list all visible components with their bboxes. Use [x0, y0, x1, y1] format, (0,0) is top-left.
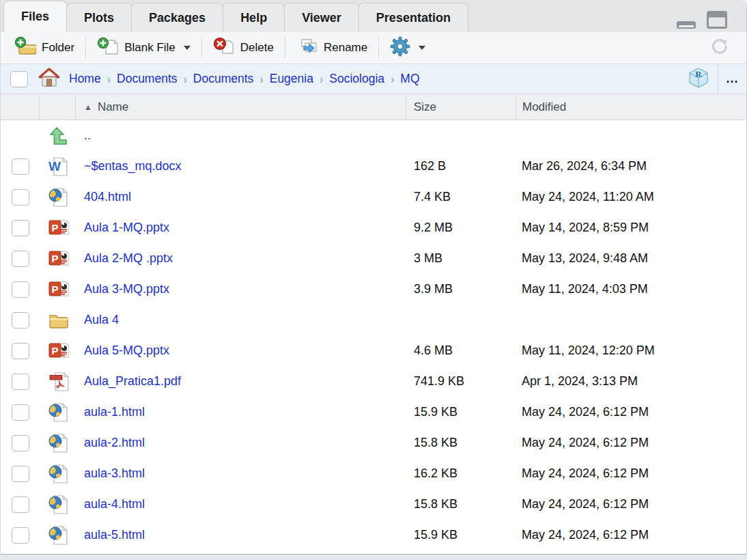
select-all-checkbox[interactable]	[10, 71, 28, 87]
file-link[interactable]: ..	[76, 128, 91, 142]
table-row: PAula 5-MQ.pptx4.6 MBMay 11, 2024, 12:20…	[1, 335, 746, 366]
row-checkbox[interactable]	[12, 466, 29, 482]
toolbar-separator	[378, 38, 379, 58]
table-row: 404.html7.4 KBMay 24, 2024, 11:20 AM	[1, 182, 746, 212]
tab-plots[interactable]: Plots	[66, 3, 132, 32]
table-row: PAula 3-MQ.pptx3.9 MBMay 11, 2024, 4:03 …	[1, 274, 746, 305]
table-row: W~$entas_mq.docx162 BMar 26, 2024, 6:34 …	[1, 151, 746, 182]
window-controls	[677, 11, 727, 31]
toolbar-separator	[285, 38, 285, 58]
gear-icon	[390, 36, 410, 60]
file-modified: May 24, 2024, 6:12 PM	[516, 405, 747, 419]
header-checkbox-column	[1, 94, 40, 120]
row-checkbox[interactable]	[12, 343, 29, 359]
file-size: 15.9 KB	[406, 405, 516, 419]
breadcrumb-item-documents[interactable]: Documents	[117, 72, 178, 86]
powerpoint-icon: P	[47, 339, 69, 363]
tab-viewer[interactable]: Viewer	[284, 3, 359, 32]
file-link[interactable]: Aula 2-MQ .pptx	[76, 251, 173, 265]
powerpoint-icon: P	[47, 247, 69, 270]
breadcrumb-chevron-icon: ›	[391, 72, 394, 87]
html-icon	[47, 462, 69, 486]
file-modified: May 14, 2024, 8:59 PM	[516, 221, 747, 235]
file-link[interactable]: aula-2.html	[76, 436, 145, 449]
breadcrumb: Home›Documents›Documents›Eugenia›Sociolo…	[69, 72, 688, 86]
file-link[interactable]: 404.html	[76, 190, 131, 204]
file-list: ..W~$entas_mq.docx162 BMar 26, 2024, 6:3…	[1, 120, 746, 555]
breadcrumb-item-home[interactable]: Home	[69, 72, 101, 86]
file-link[interactable]: Aula 4	[76, 313, 119, 326]
powerpoint-icon: P	[47, 278, 69, 301]
file-size: 3 MB	[406, 251, 516, 266]
r-project-icon[interactable]: R	[688, 66, 709, 92]
row-checkbox[interactable]	[12, 220, 29, 236]
header-name[interactable]: ▲ Name	[76, 94, 406, 120]
table-row: aula-2.html15.8 KBMay 24, 2024, 6:12 PM	[1, 428, 746, 458]
row-checkbox[interactable]	[12, 158, 29, 175]
file-size: 16.2 KB	[406, 466, 516, 481]
rename-icon	[296, 36, 318, 60]
row-checkbox[interactable]	[12, 527, 29, 544]
file-link[interactable]: Aula 1-MQ.pptx	[76, 221, 169, 234]
minimize-icon[interactable]	[677, 19, 696, 31]
more-file-commands-button[interactable]	[383, 33, 432, 63]
toolbar-separator	[85, 38, 86, 58]
file-link[interactable]: Aula_Pratica1.pdf	[76, 374, 181, 388]
breadcrumb-item-documents[interactable]: Documents	[193, 72, 254, 86]
svg-text:P: P	[51, 345, 58, 356]
file-link[interactable]: aula-4.html	[76, 497, 145, 511]
svg-text:P: P	[51, 222, 58, 234]
table-row: aula-5.html15.9 KBMay 24, 2024, 6:12 PM	[1, 520, 746, 550]
breadcrumb-item-sociologia[interactable]: Sociologia	[329, 72, 384, 86]
tab-packages[interactable]: Packages	[131, 3, 223, 32]
file-modified: May 11, 2024, 4:03 PM	[516, 282, 747, 296]
breadcrumb-item-mq[interactable]: MQ	[400, 72, 419, 86]
folder-icon	[47, 309, 69, 332]
maximize-icon[interactable]	[707, 11, 727, 31]
powerpoint-icon: P	[47, 216, 69, 240]
file-link[interactable]: aula-3.html	[76, 466, 145, 480]
file-link[interactable]: Aula 5-MQ.pptx	[76, 344, 169, 357]
file-link[interactable]: ~$entas_mq.docx	[76, 159, 182, 173]
svg-text:W: W	[48, 159, 61, 173]
row-checkbox[interactable]	[12, 189, 29, 206]
table-row: aula-4.html15.8 KBMay 24, 2024, 6:12 PM	[1, 489, 746, 520]
path-bar: Home›Documents›Documents›Eugenia›Sociolo…	[1, 64, 746, 94]
svg-text:P: P	[51, 253, 58, 264]
tab-presentation[interactable]: Presentation	[358, 3, 468, 32]
home-icon[interactable]	[38, 67, 61, 92]
row-checkbox[interactable]	[12, 251, 29, 267]
row-checkbox[interactable]	[12, 312, 29, 328]
rename-button[interactable]: Rename	[290, 33, 374, 63]
new-folder-button[interactable]: Folder	[8, 33, 81, 63]
file-modified: May 24, 2024, 11:20 AM	[516, 190, 747, 204]
file-modified: Apr 1, 2024, 3:13 PM	[516, 374, 747, 389]
new-folder-icon	[14, 36, 36, 60]
breadcrumb-item-eugenia[interactable]: Eugenia	[270, 72, 313, 86]
tab-help[interactable]: Help	[223, 3, 285, 32]
refresh-icon[interactable]	[709, 36, 730, 59]
file-modified: Mar 26, 2024, 6:34 PM	[516, 159, 747, 173]
row-checkbox[interactable]	[12, 281, 29, 298]
row-checkbox[interactable]	[12, 374, 29, 390]
blank-file-icon	[97, 36, 119, 60]
tab-files[interactable]: Files	[3, 1, 67, 32]
ellipsis-button[interactable]: ...	[718, 64, 746, 94]
header-size[interactable]: Size	[406, 94, 516, 120]
html-icon	[47, 186, 69, 209]
row-checkbox[interactable]	[12, 435, 29, 451]
row-checkbox[interactable]	[12, 496, 29, 513]
html-icon	[47, 493, 69, 516]
table-row: ..	[1, 120, 746, 151]
delete-label: Delete	[240, 41, 274, 55]
blank-file-button[interactable]: Blank File	[90, 33, 197, 63]
html-icon	[47, 401, 69, 424]
file-link[interactable]: aula-1.html	[76, 405, 145, 419]
file-link[interactable]: Aula 3-MQ.pptx	[76, 282, 169, 296]
file-modified: May 24, 2024, 6:12 PM	[516, 466, 747, 481]
file-link[interactable]: aula-5.html	[76, 528, 145, 542]
delete-button[interactable]: Delete	[206, 33, 281, 63]
toolbar-separator	[201, 38, 202, 58]
row-checkbox[interactable]	[12, 404, 29, 421]
header-modified[interactable]: Modified	[516, 94, 747, 120]
